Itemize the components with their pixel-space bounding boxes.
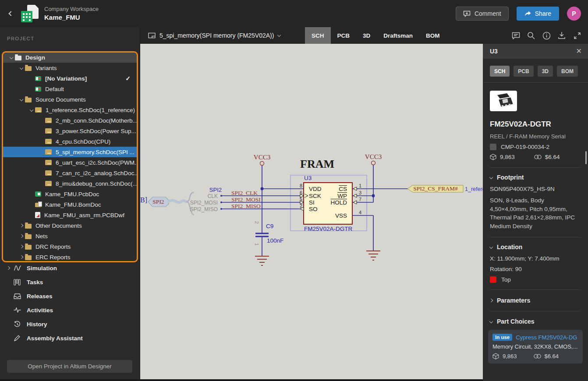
chevron-down-icon[interactable] [8,56,15,59]
power-port-circle[interactable] [372,161,375,165]
tab-sch[interactable]: SCH [305,27,331,44]
footprint-section-header[interactable]: Footprint [490,174,581,181]
stock-price-row: 9,863 $6.64 [490,154,581,160]
pin-number: 2 [289,203,302,208]
tree-row[interactable]: Other Documents [3,220,137,231]
search-icon[interactable] [526,31,536,40]
tree-row[interactable]: Default [3,84,137,94]
power-port-circle[interactable] [260,162,264,166]
tab-pcb[interactable]: PCB [331,27,357,44]
tab-bom[interactable]: BOM [419,27,446,44]
info-icon[interactable] [542,31,551,40]
tree-row-label: 1_reference.SchDoc(1_reference) [46,107,135,113]
inspector-tab-bom[interactable]: BOM [557,66,578,77]
top-bar: Company Workspace Kame_FMU Comment Share… [0,0,588,27]
folder-icon [25,98,32,102]
component-designator[interactable]: U3 [304,175,312,181]
tree-row[interactable]: Kame_FMU_asm_rm.PCBDwf [3,210,137,220]
net-label[interactable]: SPI2_MOSI [231,196,261,203]
pin-name: SO [309,206,318,212]
sidebar-item-tasks[interactable]: Tasks [0,277,140,287]
tree-row-label: Nets [35,233,48,240]
price-icon [534,353,541,359]
capacitor-value[interactable]: 100nF [267,237,283,244]
net-label[interactable]: SPI2_CLK [231,190,258,197]
user-avatar[interactable]: P [567,7,581,21]
comments-icon[interactable] [511,31,521,40]
download-icon[interactable] [557,31,567,40]
chevron-down-icon[interactable] [18,98,25,101]
chevron-down-icon[interactable] [18,67,25,69]
panel-scrollbar[interactable] [585,151,587,164]
pin-number: 7 [359,197,361,202]
chevron-right-icon[interactable] [18,235,25,237]
in-use-badge: In use [492,334,512,341]
close-icon[interactable]: ✕ [576,48,582,55]
layer-row: Top [490,276,581,283]
open-in-altium-button[interactable]: Open Project in Altium Designer [7,360,132,373]
component-checkbox[interactable] [490,144,496,150]
component-part-number[interactable]: FM25V02A-DGTR [304,226,352,232]
comment-button[interactable]: Comment [456,7,509,21]
tree-row[interactable]: Kame_FMU.PcbDoc [3,189,137,199]
component-thumbnail[interactable] [490,91,517,111]
chevron-down-icon [489,176,493,179]
location-section-header[interactable]: Location [490,243,581,250]
sidebar-item-assembly-assistant[interactable]: Assembly Assistant [0,333,140,343]
folder-icon [25,224,32,229]
ground-symbol[interactable] [255,251,380,265]
parameters-section-header[interactable]: Parameters [490,297,581,304]
capacitor-symbol[interactable] [255,233,269,236]
tree-row-label: Default [45,86,64,92]
tree-row[interactable]: [No Variations]✓ [3,73,137,84]
tab-3d[interactable]: 3D [356,27,377,44]
inspector-tab-3d[interactable]: 3D [538,66,553,77]
sidebar-item-label: Simulation [27,265,57,272]
tree-row[interactable]: 5_spi_memory.SchDoc(SPI ... [3,147,137,157]
tree-row[interactable]: 1_reference.SchDoc(1_reference) [3,105,137,115]
tree-row[interactable]: Variants [3,63,137,73]
net-label[interactable]: SPI2_MISO [231,203,261,210]
inspector-tab-pcb[interactable]: PCB [514,66,533,77]
tree-row[interactable]: 8_imu&debug_conn.SchDoc(... [3,178,137,189]
chevron-down-icon[interactable] [28,109,35,111]
chevron-right-icon[interactable] [18,245,25,248]
tree-row[interactable]: ERC Reports [3,252,137,262]
tab-draftsman[interactable]: Draftsman [377,27,419,44]
chevron-right-icon[interactable] [18,224,25,227]
chip-image [492,92,515,110]
tree-row[interactable]: Source Documents [3,94,137,105]
tree-row[interactable]: Design [3,52,137,63]
tree-row[interactable]: 2_mb_conn.SchDoc(Motherb... [3,115,137,126]
tree-row[interactable]: Nets [3,231,137,241]
port-label[interactable]: SPI2_CS_FRAM# [409,185,462,192]
tree-row[interactable]: Kame_FMU.BomDoc [3,199,137,210]
inspector-tab-sch[interactable]: SCH [490,66,510,77]
tree-row-label: 5_spi_memory.SchDoc(SPI ... [56,149,135,155]
sidebar-item-releases[interactable]: Releases [0,291,140,301]
document-toolbar: 5_spi_memory(SPI memory (FM25V02A)) SCHP… [140,27,588,44]
fullscreen-icon[interactable] [572,31,582,40]
chevron-right-icon[interactable] [18,256,25,258]
manufacturer-part-link[interactable]: Cypress FM25V02A-DG [516,334,577,341]
chevron-left-icon [8,11,13,16]
tree-row[interactable]: DRC Reports [3,241,137,252]
back-button[interactable] [4,7,18,20]
sidebar-item-activities[interactable]: Activities [0,305,140,315]
sidebar-item-history[interactable]: History [0,319,140,329]
tree-row[interactable]: 7_can_rc_i2c_analog.SchDoc... [3,168,137,178]
project-sidebar: PROJECT DesignVariants[No Variations]✓De… [0,27,140,379]
harness-label: SPI2 [148,198,169,205]
document-selector[interactable]: 5_spi_memory(SPI memory (FM25V02A)) [148,32,280,39]
sidebar-item-simulation[interactable]: Simulation [0,263,140,273]
schematic-canvas[interactable]: VCC3 VCC3 FRAM B] SPI2 SPI2 CLK SPI2_MOS… [140,44,483,379]
part-choice-card[interactable]: In use Cypress FM25V02A-DG Memory Circui… [488,330,583,363]
chevron-right-icon[interactable] [7,267,14,269]
checkmark-icon: ✓ [125,75,131,82]
tree-row[interactable]: 6_uart_esc_i2c.SchDoc(PWM... [3,157,137,168]
part-choices-section-header[interactable]: Part Choices [490,318,581,325]
capacitor-designator[interactable]: C9 [266,223,273,229]
tree-row[interactable]: 4_cpu.SchDoc(CPU) [3,136,137,147]
tree-row[interactable]: 3_power.SchDoc(Power Sup... [3,126,137,136]
share-button[interactable]: Share [517,7,559,21]
